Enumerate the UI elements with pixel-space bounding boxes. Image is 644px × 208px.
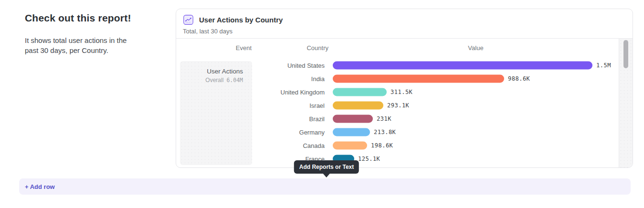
value-bar[interactable] bbox=[333, 88, 387, 96]
add-row-button[interactable]: + Add row bbox=[19, 178, 631, 195]
country-label: India bbox=[253, 75, 325, 83]
report-card[interactable]: User Actions by Country Total, last 30 d… bbox=[176, 9, 633, 168]
report-subtitle: Total, last 30 days bbox=[183, 28, 232, 35]
add-reports-tooltip: Add Reports or Text bbox=[294, 160, 359, 174]
chart-scrollbar[interactable] bbox=[619, 39, 633, 167]
country-label: Canada bbox=[253, 142, 325, 149]
value-label: 213.8K bbox=[374, 129, 396, 135]
column-header-value: Value bbox=[333, 44, 619, 52]
bar-track: 1.5M bbox=[333, 59, 619, 72]
add-row-label: + Add row bbox=[25, 183, 55, 190]
report-title: User Actions by Country bbox=[199, 16, 283, 24]
chart-rows: United States 1.5M India 988.6K United K… bbox=[176, 59, 619, 166]
chart-row[interactable]: United States 1.5M bbox=[176, 59, 619, 72]
bar-track: 213.8K bbox=[333, 125, 619, 139]
scrollbar-thumb[interactable] bbox=[623, 40, 628, 68]
value-label: 198.6K bbox=[371, 142, 393, 149]
report-card-header: User Actions by Country Total, last 30 d… bbox=[176, 9, 633, 38]
chart-row[interactable]: Brazil 231K bbox=[176, 112, 619, 125]
value-bar[interactable] bbox=[333, 75, 504, 83]
chart-row[interactable]: France 125.1K bbox=[176, 152, 619, 166]
chart-row[interactable]: India 988.6K bbox=[176, 72, 619, 85]
value-bar[interactable] bbox=[333, 102, 383, 110]
country-label: Germany bbox=[253, 129, 325, 136]
chart-row[interactable]: United Kingdom 311.5K bbox=[176, 85, 619, 99]
value-bar[interactable] bbox=[333, 142, 367, 150]
country-label: United States bbox=[253, 62, 325, 69]
value-label: 311.5K bbox=[391, 89, 412, 95]
bar-track: 988.6K bbox=[333, 72, 619, 85]
bar-track: 198.6K bbox=[333, 139, 619, 152]
value-label: 988.6K bbox=[508, 75, 530, 82]
column-header-event: Event bbox=[180, 44, 252, 52]
value-label: 1.5M bbox=[596, 62, 611, 69]
value-bar[interactable] bbox=[333, 62, 592, 70]
chart-row[interactable]: Germany 213.8K bbox=[176, 125, 619, 139]
country-label: Israel bbox=[253, 102, 325, 109]
bar-track: 311.5K bbox=[333, 85, 619, 99]
value-bar[interactable] bbox=[333, 115, 373, 123]
page-description: It shows total user actions in the past … bbox=[25, 35, 139, 55]
value-label: 231K bbox=[377, 115, 391, 122]
chart-row[interactable]: Canada 198.6K bbox=[176, 139, 619, 152]
line-chart-icon bbox=[183, 15, 193, 25]
country-label: United Kingdom bbox=[253, 89, 325, 96]
bar-track: 231K bbox=[333, 112, 619, 125]
column-header-country: Country bbox=[256, 44, 328, 52]
bar-track: 293.1K bbox=[333, 99, 619, 112]
value-bar[interactable] bbox=[333, 128, 370, 136]
value-label: 293.1K bbox=[387, 102, 409, 109]
value-label: 125.1K bbox=[358, 156, 380, 162]
page-title: Check out this report! bbox=[25, 12, 131, 24]
bar-track: 125.1K bbox=[333, 152, 619, 166]
bar-chart: Event Country Value User Actions Overall… bbox=[176, 38, 633, 167]
chart-row[interactable]: Israel 293.1K bbox=[176, 99, 619, 112]
country-label: Brazil bbox=[253, 115, 325, 123]
